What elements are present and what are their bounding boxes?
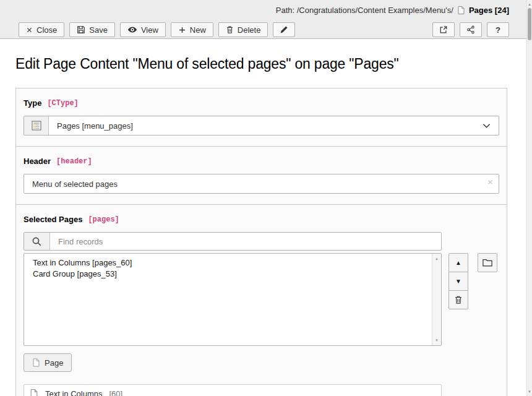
folder-icon: [483, 259, 492, 267]
create-page-button[interactable]: Page: [24, 353, 72, 372]
view-button[interactable]: View: [120, 22, 166, 37]
section-selected-pages: Selected Pages [pages] Text in Columns […: [16, 204, 507, 396]
page-icon: [30, 389, 38, 396]
pages-field-label: Selected Pages [pages]: [24, 215, 499, 224]
eye-icon: [127, 26, 137, 33]
help-button[interactable]: ?: [487, 22, 509, 37]
list-option[interactable]: Card Group [pages_53]: [24, 269, 431, 280]
scroll-down-icon[interactable]: ▼: [432, 337, 441, 344]
content-type-addon: [24, 116, 49, 135]
delete-button[interactable]: Delete: [218, 22, 268, 37]
listbox-scrollbar[interactable]: ▲ ▼: [432, 254, 441, 345]
record-item-title: Text in Columns: [45, 389, 102, 396]
record-item-row[interactable]: Text in Columns [60]: [24, 384, 442, 396]
pages-label-text: Selected Pages: [24, 215, 82, 224]
selected-pages-listbox[interactable]: Text in Columns [pages_60] Card Group [p…: [24, 253, 442, 346]
close-button[interactable]: Close: [19, 22, 64, 37]
plus-icon: [178, 26, 186, 34]
selected-records-list: Text in Columns [60]: [24, 384, 499, 396]
pencil-icon: [280, 25, 288, 34]
page-title: Edit Page Content "Menu of selected page…: [15, 56, 511, 72]
up-triangle-icon: ▲: [455, 259, 461, 266]
header-field-code: [header]: [56, 157, 92, 166]
doc-header-toolbar: Close Save View New Delete: [19, 20, 509, 39]
scrollbar-thumb[interactable]: [528, 8, 531, 40]
browse-records-button[interactable]: [478, 253, 497, 272]
open-in-new-window-button[interactable]: [432, 22, 455, 37]
scroll-down-icon[interactable]: ▼: [527, 389, 532, 395]
view-label: View: [141, 25, 158, 35]
header-label-text: Header: [24, 157, 51, 166]
scroll-up-icon[interactable]: ▲: [432, 255, 441, 262]
list-option[interactable]: Text in Columns [pages_60]: [24, 257, 431, 269]
down-triangle-icon: ▼: [455, 278, 461, 285]
record-search: [24, 232, 442, 251]
trash-icon: [454, 295, 463, 304]
type-field-label: Type [CType]: [24, 98, 499, 108]
type-label-text: Type: [24, 98, 41, 108]
ctype-select[interactable]: Pages [menu_pages]: [24, 116, 499, 136]
share-button[interactable]: [460, 22, 482, 37]
doc-header: Path: /Congratulations/Content Examples/…: [0, 0, 526, 39]
scroll-up-icon[interactable]: ▲: [527, 1, 532, 7]
new-label: New: [190, 25, 206, 35]
chevron-down-icon: [483, 123, 499, 129]
record-path-bar: Path: /Congratulations/Content Examples/…: [19, 0, 509, 20]
ctype-selected-value: Pages [menu_pages]: [49, 121, 483, 131]
close-label: Close: [36, 25, 57, 35]
move-down-button[interactable]: ▼: [448, 272, 468, 291]
header-field-label: Header [header]: [24, 157, 499, 166]
header-input[interactable]: [24, 174, 499, 194]
section-header: Header [header]: [16, 146, 507, 204]
external-link-icon: [439, 25, 448, 34]
move-up-button[interactable]: ▲: [448, 253, 468, 272]
reorder-button-group: ▲ ▼: [448, 253, 468, 309]
share-icon: [466, 25, 475, 34]
search-addon: [24, 233, 50, 250]
new-button[interactable]: New: [171, 22, 213, 37]
search-icon: [32, 236, 42, 247]
page-scrollbar[interactable]: ▲ ▼: [526, 0, 532, 396]
search-input[interactable]: [50, 233, 441, 250]
trash-icon: [226, 25, 234, 34]
menu-content-icon: [32, 121, 41, 131]
section-type: Type [CType] Pages [menu_pages]: [16, 88, 507, 146]
record-path: Path: /Congratulations/Content Examples/…: [276, 6, 453, 15]
clear-input-icon[interactable]: [487, 179, 494, 186]
pages-field-code: [pages]: [88, 215, 119, 224]
edit-button[interactable]: [273, 22, 295, 37]
record-item-uid: [60]: [109, 389, 122, 396]
close-icon: [26, 27, 33, 33]
help-icon: ?: [496, 25, 500, 35]
edit-form-area: Edit Page Content "Menu of selected page…: [0, 40, 526, 396]
selector-controls: ▲ ▼: [448, 253, 497, 309]
create-page-label: Page: [45, 358, 63, 368]
type-field-code: [CType]: [47, 99, 78, 108]
page-icon: [457, 6, 465, 15]
page-icon: [32, 358, 40, 368]
save-button[interactable]: Save: [69, 22, 115, 37]
save-icon: [77, 25, 85, 34]
form-panel: Type [CType] Pages [menu_pages] Header […: [15, 88, 507, 396]
delete-label: Delete: [238, 25, 261, 35]
record-title: Pages [24]: [469, 6, 509, 15]
remove-selected-button[interactable]: [448, 290, 468, 309]
save-label: Save: [89, 25, 108, 35]
